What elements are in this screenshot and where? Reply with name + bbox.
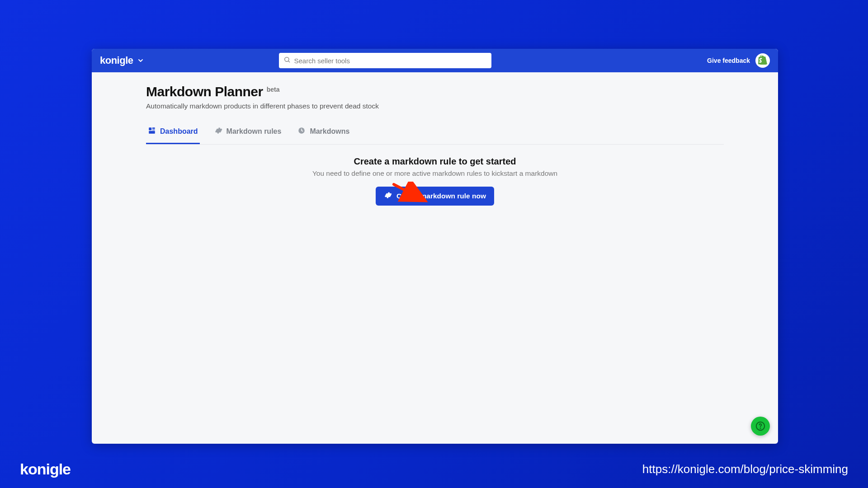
question-icon [755,421,765,431]
tabs: Dashboard Markdown rules Markdowns [146,122,724,145]
help-button[interactable] [751,417,770,436]
beta-badge: beta [267,86,280,93]
gear-icon [214,127,222,136]
footer-url: https://konigle.com/blog/price-skimming [642,462,848,476]
give-feedback-link[interactable]: Give feedback [707,57,750,64]
chevron-down-icon[interactable] [137,57,144,64]
search-field[interactable] [279,53,491,68]
svg-line-1 [288,61,289,62]
svg-rect-2 [149,127,151,130]
tab-label: Markdowns [310,127,349,136]
app-window: konigle Give feedback [92,49,778,444]
create-markdown-rule-button[interactable]: Create markdown rule now [376,187,494,206]
tab-markdown-rules[interactable]: Markdown rules [212,122,283,144]
shopify-icon [758,55,767,66]
empty-state: Create a markdown rule to get started Yo… [146,156,724,206]
svg-rect-5 [149,131,155,134]
svg-rect-4 [152,130,155,131]
svg-rect-3 [152,127,155,129]
empty-state-title: Create a markdown rule to get started [146,156,724,167]
brand-name: konigle [100,55,133,66]
avatar[interactable] [755,53,770,68]
page-title-row: Markdown Planner beta [146,84,724,99]
topbar: konigle Give feedback [92,49,778,72]
svg-point-0 [284,57,288,61]
tab-label: Dashboard [160,127,198,136]
empty-state-subtitle: You need to define one or more active ma… [146,169,724,178]
page-subtitle: Automatically markdown products in diffe… [146,102,724,110]
footer-logo: konigle [20,460,71,478]
search-icon [283,56,291,65]
brand[interactable]: konigle [100,55,144,66]
tab-markdowns[interactable]: Markdowns [296,122,351,144]
page-title: Markdown Planner [146,84,263,99]
search-input[interactable] [294,57,487,65]
svg-point-9 [760,428,760,428]
cta-label: Create markdown rule now [396,192,486,200]
tab-dashboard[interactable]: Dashboard [146,122,200,144]
dashboard-icon [148,127,156,136]
page-body: Markdown Planner beta Automatically mark… [92,72,778,206]
topbar-right: Give feedback [707,53,770,68]
clock-icon [297,127,306,136]
tab-label: Markdown rules [226,127,282,136]
gear-icon [384,191,392,201]
